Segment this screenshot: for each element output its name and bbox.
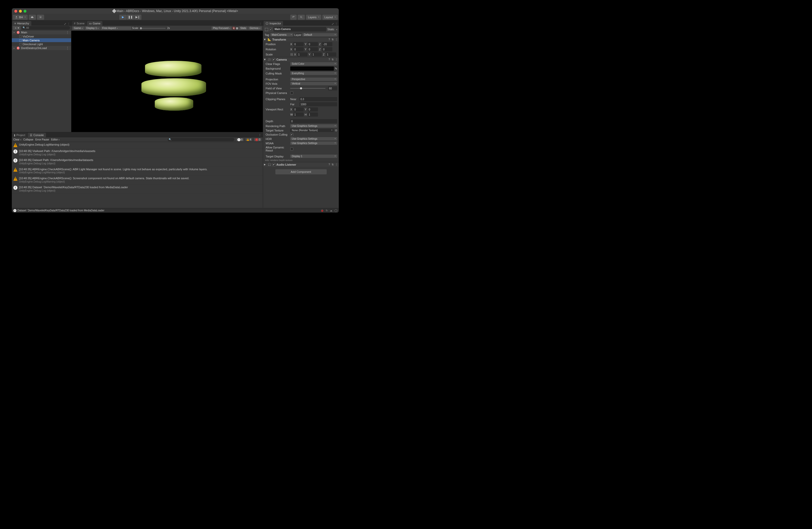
rot-x-field[interactable] <box>293 47 304 51</box>
tab-inspector[interactable]: ⓘ Inspector <box>264 21 283 26</box>
aspect-dd[interactable]: Free Aspect <box>101 27 131 30</box>
panel-lock-icon[interactable]: ⤢ <box>332 22 334 26</box>
transform-header[interactable]: ▾📐 Transform ?⇅⋮ <box>263 37 339 42</box>
layers-dropdown[interactable]: Layers <box>306 15 321 20</box>
mute-icon[interactable]: 🔇 <box>232 27 235 30</box>
settings-button[interactable] <box>37 15 44 20</box>
object-name-field[interactable] <box>274 27 326 32</box>
preset-icon[interactable]: ⇅ <box>332 38 334 41</box>
scene-main[interactable]: ▾🎯 Main⋮ <box>12 30 71 34</box>
auto-refresh-icon[interactable]: ↻ <box>326 209 328 212</box>
eyedropper-icon[interactable]: ✎ <box>335 67 337 70</box>
global-search-button[interactable] <box>298 15 305 20</box>
pos-x-field[interactable] <box>293 42 304 46</box>
pos-z-field[interactable] <box>322 42 332 46</box>
tab-scene[interactable]: # Scene <box>72 21 86 26</box>
target-texture-field[interactable]: None (Render Texture) <box>290 129 334 132</box>
physical-camera-checkbox[interactable] <box>290 91 293 95</box>
tab-console[interactable]: ☰ Console <box>28 133 46 138</box>
hierarchy-main-camera[interactable]: ⬚ Main Camera <box>12 38 71 42</box>
scl-z-field[interactable] <box>326 52 336 57</box>
hierarchy-search[interactable]: All <box>21 26 70 30</box>
maximize-window[interactable] <box>24 10 26 13</box>
play-button[interactable]: ▶ <box>119 15 127 20</box>
console-entry[interactable]: ![10:48:35] ABREngine.CheckABRScene(): A… <box>12 167 263 176</box>
undo-history-button[interactable]: ↶ <box>290 15 297 20</box>
tab-project[interactable]: ▮ Project <box>12 133 27 138</box>
debug-mode-icon[interactable]: 🐞 <box>321 209 324 212</box>
rot-y-field[interactable] <box>308 47 318 51</box>
preset-icon[interactable]: ⇅ <box>332 163 334 166</box>
camera-enabled-checkbox[interactable] <box>272 58 275 61</box>
component-menu-icon[interactable]: ⋮ <box>335 38 338 41</box>
help-icon[interactable]: ? <box>329 163 330 166</box>
display-dd[interactable]: Display 1 <box>85 27 100 30</box>
minimize-window[interactable] <box>19 10 22 13</box>
progress-icon[interactable]: ◯ <box>334 209 337 212</box>
preset-icon[interactable]: ⇅ <box>332 58 334 61</box>
vp-y-field[interactable] <box>308 108 318 112</box>
pos-y-field[interactable] <box>308 42 318 46</box>
console-entry[interactable]: ![10:48:35] VisAsset Path: /Users/bridge… <box>12 148 263 157</box>
dynres-checkbox[interactable] <box>290 147 293 151</box>
background-color-field[interactable] <box>290 67 334 71</box>
console-entry[interactable]: ![10:48:35] Dataset Path: /Users/bridger… <box>12 157 263 167</box>
projection-dd[interactable]: Perspective <box>290 77 337 81</box>
vp-w-field[interactable] <box>293 113 304 117</box>
target-display-dd[interactable]: Display 1 <box>290 155 337 158</box>
panel-lock-icon[interactable]: ⤢ <box>64 22 66 26</box>
component-menu-icon[interactable]: ⋮ <box>335 163 338 166</box>
scl-x-field[interactable] <box>297 52 307 57</box>
error-pause-toggle[interactable]: Error Pause <box>35 138 49 141</box>
play-focus-dd[interactable]: Play Focused <box>212 27 232 30</box>
fov-field[interactable] <box>328 86 337 90</box>
add-component-button[interactable]: Add Component <box>275 169 327 174</box>
msaa-dd[interactable]: Use Graphics Settings <box>290 142 337 145</box>
account-dropdown[interactable]: BH <box>13 15 28 20</box>
hierarchy-directional-light[interactable]: ⬚ Directional Light <box>12 42 71 46</box>
more-icon[interactable]: ⋮ <box>66 46 70 50</box>
tag-dropdown[interactable]: MainCamera <box>270 33 293 37</box>
console-list[interactable]: !UnityEngine.Debug:LogWarning (object)![… <box>12 142 263 208</box>
panel-menu-icon[interactable]: ⋮ <box>335 22 338 26</box>
console-entry[interactable]: ![10:48:35] ABREngine.CheckABRScene(): S… <box>12 176 263 185</box>
far-field[interactable] <box>300 102 337 106</box>
stats-toggle[interactable]: Stats <box>239 27 248 30</box>
rot-z-field[interactable] <box>322 47 332 51</box>
audio-enabled-checkbox[interactable] <box>272 163 275 166</box>
vp-x-field[interactable] <box>293 108 304 112</box>
fov-slider[interactable] <box>290 88 325 89</box>
clear-flags-dd[interactable]: Solid Color <box>290 62 337 66</box>
clear-button[interactable]: Clear <box>13 138 21 141</box>
culling-mask-dd[interactable]: Everything <box>290 72 337 75</box>
vp-h-field[interactable] <box>308 113 318 117</box>
collapse-toggle[interactable]: Collapse <box>23 138 33 141</box>
panel-menu-icon[interactable]: ⋮ <box>258 133 261 137</box>
hierarchy-tab[interactable]: ≡ Hierarchy <box>12 21 31 26</box>
step-button[interactable]: ▶❙ <box>134 15 141 20</box>
cloud-button[interactable] <box>29 15 36 20</box>
help-icon[interactable]: ? <box>329 58 330 61</box>
info-count[interactable]: ! 8 <box>236 138 244 141</box>
panel-menu-icon[interactable]: ⋮ <box>259 22 262 26</box>
camera-header[interactable]: ▾🎥 Camera ?⇅⋮ <box>263 57 339 62</box>
scene-dontdestroy[interactable]: ▸🎯 DontDestroyOnLoad⋮ <box>12 46 71 50</box>
depth-field[interactable] <box>290 119 337 123</box>
audio-listener-header[interactable]: ▸🎧 Audio Listener ?⇅⋮ <box>263 162 339 167</box>
gizmos-toggle[interactable]: Gizmos <box>248 27 262 30</box>
hdr-dd[interactable]: Use Graphics Settings <box>290 137 337 141</box>
scale-slider[interactable] <box>140 28 165 29</box>
object-enabled-checkbox[interactable] <box>270 28 273 31</box>
console-search[interactable] <box>168 138 234 141</box>
warn-count[interactable]: ! 4 <box>246 138 252 141</box>
vsync-icon[interactable]: ▦ <box>236 27 238 30</box>
tab-game[interactable]: ▭ Game <box>87 21 102 26</box>
close-window[interactable] <box>14 10 17 13</box>
console-entry[interactable]: ![10:48:35] Dataset `Demo/Wavelet/KeyDat… <box>12 185 263 194</box>
hierarchy-visdriver[interactable]: ⬚ VisDriver <box>12 34 71 38</box>
pause-button[interactable]: ❚❚ <box>127 15 134 20</box>
console-entry[interactable]: !UnityEngine.Debug:LogWarning (object) <box>12 142 263 148</box>
layout-dropdown[interactable]: Layout <box>322 15 338 20</box>
layer-dropdown[interactable]: Default <box>302 33 337 37</box>
game-view[interactable] <box>71 31 263 132</box>
